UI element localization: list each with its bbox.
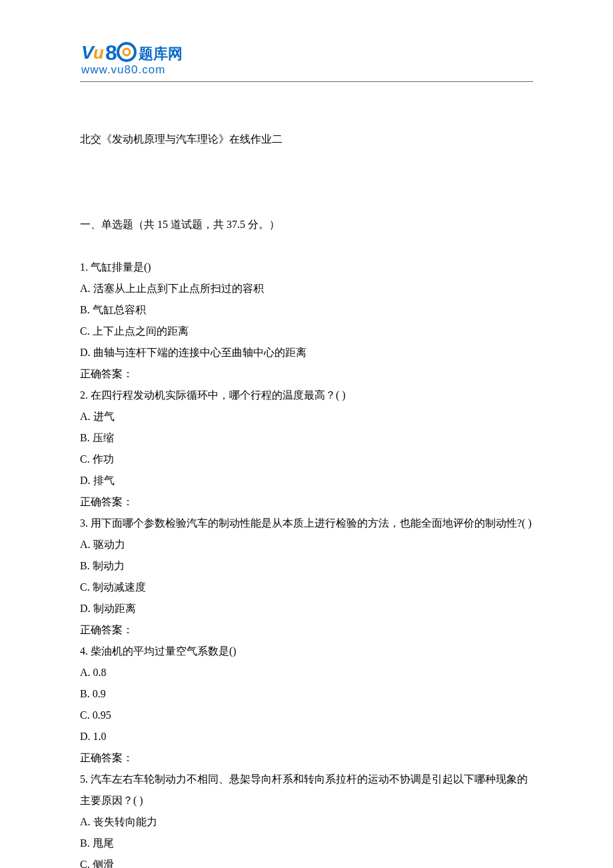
question-option: B. 压缩 [80, 427, 533, 449]
document-title: 北交《发动机原理与汽车理论》在线作业二 [80, 129, 533, 150]
question-option: A. 驱动力 [80, 534, 533, 555]
svg-point-3 [118, 43, 135, 61]
header-divider [80, 81, 533, 82]
logo: V u 8 题库网 www.vu80.com [80, 40, 533, 77]
question-option: A. 活塞从上止点到下止点所扫过的容积 [80, 278, 533, 299]
question-option: D. 制动距离 [80, 598, 533, 619]
question-option: D. 1.0 [80, 726, 533, 747]
brand-text: 题库网 [138, 45, 183, 62]
question-option: C. 0.95 [80, 705, 533, 726]
question-option: B. 0.9 [80, 683, 533, 705]
question-option: D. 排气 [80, 470, 533, 491]
question-option: B. 气缸总容积 [80, 299, 533, 321]
section-header: 一、单选题（共 15 道试题，共 37.5 分。） [80, 214, 533, 235]
question-stem: 5. 汽车左右车轮制动力不相同、悬架导向杆系和转向系拉杆的运动不协调是引起以下哪… [80, 769, 533, 811]
brand-url: www.vu80.com [81, 63, 165, 76]
svg-text:u: u [93, 43, 104, 63]
question-option: D. 曲轴与连杆下端的连接中心至曲轴中心的距离 [80, 342, 533, 363]
question-option: A. 丧失转向能力 [80, 811, 533, 833]
answer-label: 正确答案： [80, 363, 533, 385]
question-option: C. 制动减速度 [80, 577, 533, 598]
question-block: 3. 用下面哪个参数检验汽车的制动性能是从本质上进行检验的方法，也能全面地评价的… [80, 513, 533, 641]
question-option: C. 侧滑 [80, 854, 533, 868]
question-stem: 2. 在四行程发动机实际循环中，哪个行程的温度最高？( ) [80, 385, 533, 406]
answer-label: 正确答案： [80, 491, 533, 513]
question-stem: 4. 柴油机的平均过量空气系数是() [80, 641, 533, 662]
question-stem: 1. 气缸排量是() [80, 257, 533, 278]
question-option: A. 0.8 [80, 662, 533, 683]
question-option: B. 甩尾 [80, 833, 533, 854]
question-block: 5. 汽车左右车轮制动力不相同、悬架导向杆系和转向系拉杆的运动不协调是引起以下哪… [80, 769, 533, 868]
answer-label: 正确答案： [80, 747, 533, 769]
svg-text:8: 8 [105, 41, 117, 65]
question-stem: 3. 用下面哪个参数检验汽车的制动性能是从本质上进行检验的方法，也能全面地评价的… [80, 513, 533, 534]
question-block: 1. 气缸排量是()A. 活塞从上止点到下止点所扫过的容积B. 气缸总容积C. … [80, 257, 533, 385]
question-option: A. 进气 [80, 406, 533, 427]
question-option: C. 上下止点之间的距离 [80, 321, 533, 342]
question-option: B. 制动力 [80, 555, 533, 577]
question-block: 4. 柴油机的平均过量空气系数是()A. 0.8B. 0.9C. 0.95D. … [80, 641, 533, 769]
answer-label: 正确答案： [80, 619, 533, 641]
question-option: C. 作功 [80, 449, 533, 470]
questions-container: 1. 气缸排量是()A. 活塞从上止点到下止点所扫过的容积B. 气缸总容积C. … [80, 257, 533, 868]
svg-point-4 [123, 49, 130, 55]
question-block: 2. 在四行程发动机实际循环中，哪个行程的温度最高？( )A. 进气B. 压缩C… [80, 385, 533, 513]
